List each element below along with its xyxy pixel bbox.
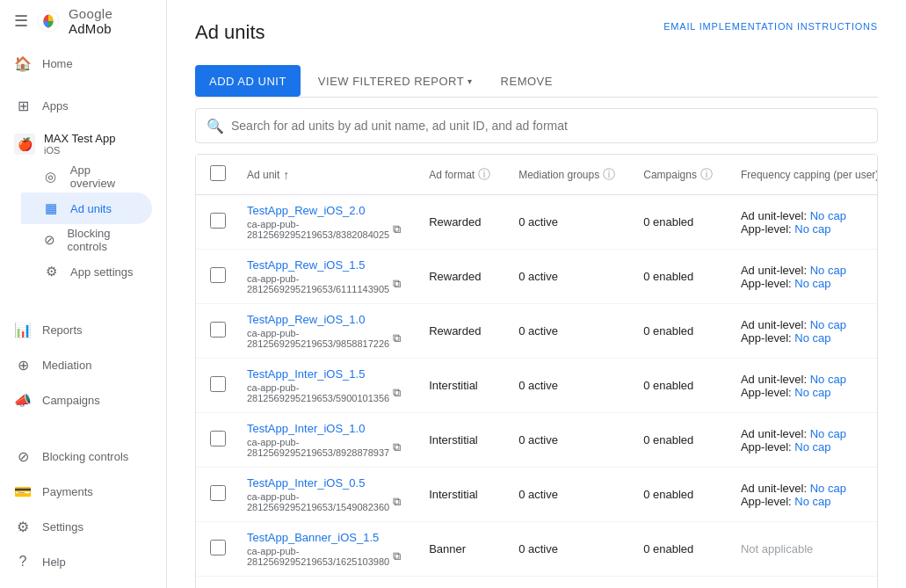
help-icon: ?	[14, 554, 32, 570]
row-checkbox-2[interactable]	[210, 322, 226, 338]
freq-app-no-cap[interactable]: No cap	[794, 386, 830, 399]
sidebar-item-payments[interactable]: 💳 Payments	[0, 474, 159, 509]
ad-format-cell: Rewarded	[415, 250, 504, 304]
freq-unit-no-cap[interactable]: No cap	[810, 209, 846, 222]
row-checkbox-3[interactable]	[210, 376, 226, 392]
app-icon: 🍎	[14, 134, 35, 155]
frequency-capping-cell: Ad unit-level: No cap App-level: No cap	[727, 468, 878, 522]
sidebar-item-blocking-controls-app[interactable]: ⊘ Blocking controls	[21, 224, 152, 256]
copy-id-icon[interactable]: ⧉	[393, 495, 401, 509]
freq-not-applicable: Not applicable	[741, 542, 813, 555]
copy-id-icon[interactable]: ⧉	[393, 549, 401, 563]
col-campaigns: Campaigns ⓘ	[629, 155, 727, 195]
row-checkbox-6[interactable]	[210, 540, 226, 555]
reports-icon: 📊	[14, 322, 32, 338]
ad-unit-name-link[interactable]: TestApp_Rew_iOS_1.0	[247, 313, 365, 326]
sidebar-item-mediation[interactable]: ⊕ Mediation	[0, 347, 159, 382]
freq-unit-no-cap[interactable]: No cap	[810, 427, 846, 440]
campaigns-cell: 0 enabled	[629, 304, 727, 359]
sidebar-item-apps[interactable]: ⊞ Apps	[0, 88, 159, 123]
freq-unit-no-cap[interactable]: No cap	[810, 373, 846, 386]
page-title: Ad units	[195, 21, 265, 44]
overview-icon: ◎	[42, 169, 60, 185]
freq-unit-level: Ad unit-level: No cap	[741, 373, 878, 386]
email-implementation-link[interactable]: EMAIL IMPLEMENTATION INSTRUCTIONS	[663, 21, 878, 32]
ad-unit-name-link[interactable]: TestApp_Rew_iOS_1.5	[247, 258, 365, 272]
sidebar-item-help[interactable]: ? Help	[0, 544, 159, 579]
row-checkbox-5[interactable]	[210, 485, 226, 501]
add-ad-unit-button[interactable]: ADD AD UNIT	[195, 65, 301, 97]
sidebar-item-campaigns[interactable]: 📣 Campaigns	[0, 382, 159, 417]
hamburger-menu-icon[interactable]: ☰	[14, 11, 28, 31]
ad-unit-name-link[interactable]: TestApp_Banner_iOS_1.5	[247, 531, 379, 544]
ad-units-table-container: Ad unit ↑ Ad format ⓘ Me	[195, 154, 878, 588]
freq-unit-no-cap[interactable]: No cap	[810, 264, 846, 277]
mediation-icon: ⊕	[14, 357, 32, 374]
ad-format-cell: Banner	[415, 577, 504, 589]
row-checkbox-0[interactable]	[210, 213, 226, 229]
copy-id-icon[interactable]: ⧉	[393, 440, 401, 454]
freq-app-no-cap[interactable]: No cap	[794, 277, 830, 290]
frequency-capping-cell: Not applicable	[727, 522, 878, 577]
select-all-checkbox[interactable]	[210, 165, 226, 181]
sidebar-item-app-settings[interactable]: ⚙ App settings	[21, 256, 152, 287]
sidebar-home-section: 🏠 Home	[0, 42, 166, 84]
freq-app-no-cap[interactable]: No cap	[794, 440, 830, 454]
sidebar-reports-label: Reports	[42, 323, 83, 337]
remove-button[interactable]: REMOVE	[490, 65, 563, 97]
campaigns-cell: 0 enabled	[629, 413, 727, 468]
sidebar-settings-label: Settings	[42, 520, 83, 534]
app-name: MAX Test App	[44, 132, 115, 145]
freq-app-level: App-level: No cap	[741, 331, 878, 345]
freq-unit-no-cap[interactable]: No cap	[810, 482, 846, 495]
ad-unit-name-link[interactable]: TestApp_Inter_iOS_0.5	[247, 476, 365, 490]
copy-id-icon[interactable]: ⧉	[393, 331, 401, 345]
row-checkbox-1[interactable]	[210, 267, 226, 283]
mediation-cell: 0 active	[504, 468, 629, 522]
campaigns-icon: 📣	[14, 392, 32, 409]
freq-app-no-cap[interactable]: No cap	[794, 495, 830, 508]
copy-id-icon[interactable]: ⧉	[393, 386, 401, 400]
mediation-cell: 0 active	[504, 359, 629, 413]
ad-format-cell: Interstitial	[415, 413, 504, 468]
mediation-info-icon: ⓘ	[603, 167, 615, 183]
sidebar-item-home[interactable]: 🏠 Home	[0, 46, 159, 81]
ad-unit-cell: TestApp_Rew_iOS_1.5 ca-app-pub-281256929…	[233, 250, 415, 304]
search-input[interactable]	[231, 119, 866, 133]
table-row: TestApp_Inter_iOS_0.5 ca-app-pub-2812569…	[196, 468, 878, 522]
ad-unit-name-link[interactable]: TestApp_Rew_iOS_2.0	[247, 204, 365, 217]
freq-unit-no-cap[interactable]: No cap	[810, 318, 846, 331]
table-row: TestApp_Inter_iOS_1.5 ca-app-pub-2812569…	[196, 359, 878, 413]
sidebar-item-feedback[interactable]: 📢 Feedback	[0, 579, 159, 588]
sidebar-item-settings[interactable]: ⚙ Settings	[0, 509, 159, 544]
mediation-cell: 0 active	[504, 413, 629, 468]
col-ad-unit[interactable]: Ad unit ↑	[233, 155, 415, 195]
view-filtered-report-button[interactable]: VIEW FILTERED REPORT ▾	[308, 65, 483, 97]
sidebar-item-ad-units[interactable]: ▦ Ad units	[21, 192, 152, 224]
campaigns-cell: 0 enabled	[629, 577, 727, 589]
app-info: MAX Test App iOS	[44, 132, 115, 156]
sidebar-item-app-overview[interactable]: ◎ App overview	[21, 161, 152, 192]
ad-unit-id: ca-app-pub-2812569295219653/6111143905 ⧉	[247, 273, 401, 294]
sidebar: ☰ Google AdMob 🏠 Home ⊞ Apps 🍎 MAX Test …	[0, 0, 167, 588]
row-checkbox-4[interactable]	[210, 431, 226, 446]
page-content: Ad units EMAIL IMPLEMENTATION INSTRUCTIO…	[167, 0, 906, 588]
sidebar-help-label: Help	[42, 555, 66, 569]
sidebar-item-blocking-controls-main[interactable]: ⊘ Blocking controls	[0, 439, 159, 474]
table-row: TestApp_Rew_iOS_1.5 ca-app-pub-281256929…	[196, 250, 878, 304]
sidebar-app-section: 🍎 MAX Test App iOS ◎ App overview ▦ Ad u…	[0, 123, 166, 291]
copy-id-icon[interactable]: ⧉	[393, 277, 401, 291]
sidebar-item-reports[interactable]: 📊 Reports	[0, 312, 159, 347]
search-bar: 🔍	[195, 108, 878, 143]
ad-unit-cell: TestApp_Banner_iOS_1.5 ca-app-pub-281256…	[233, 522, 415, 577]
ad-unit-name-link[interactable]: TestApp_Inter_iOS_1.5	[247, 367, 365, 381]
table-row: TestApp_Rew_iOS_1.0 ca-app-pub-281256929…	[196, 304, 878, 359]
ad-unit-id: ca-app-pub-2812569295219653/9858817226 ⧉	[247, 328, 401, 349]
ad-format-cell: Rewarded	[415, 195, 504, 250]
freq-unit-level: Ad unit-level: No cap	[741, 209, 878, 222]
sub-items: ◎ App overview ▦ Ad units ⊘ Blocking con…	[14, 161, 159, 287]
ad-unit-name-link[interactable]: TestApp_Inter_iOS_1.0	[247, 422, 365, 435]
copy-id-icon[interactable]: ⧉	[393, 222, 401, 236]
freq-app-no-cap[interactable]: No cap	[794, 222, 830, 236]
freq-app-no-cap[interactable]: No cap	[794, 331, 830, 345]
